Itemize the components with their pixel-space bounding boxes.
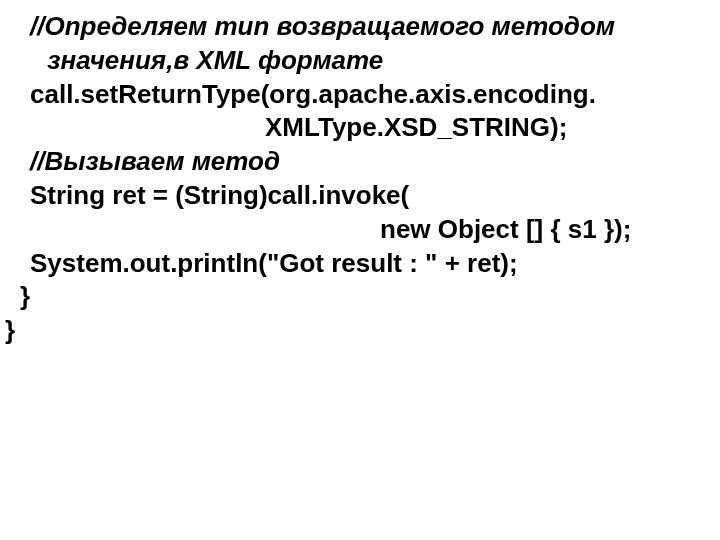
code-println: System.out.println("Got result : " + ret… — [0, 247, 720, 281]
code-snippet: //Определяем тип возвращаемого методом з… — [0, 0, 720, 348]
code-invoke-2: new Object [] { s1 }); — [0, 213, 720, 247]
comment-invoke: //Вызываем метод — [0, 145, 720, 179]
brace-close-inner: } — [0, 280, 720, 314]
code-set-return-type-2: XMLType.XSD_STRING); — [0, 111, 720, 145]
code-invoke-1: String ret = (String)call.invoke( — [0, 179, 720, 213]
comment-return-type-1: //Определяем тип возвращаемого методом — [0, 10, 720, 44]
brace-close-outer: } — [0, 314, 720, 348]
comment-return-type-2: значения,в XML формате — [0, 44, 720, 78]
code-set-return-type-1: call.setReturnType(org.apache.axis.encod… — [0, 78, 720, 112]
